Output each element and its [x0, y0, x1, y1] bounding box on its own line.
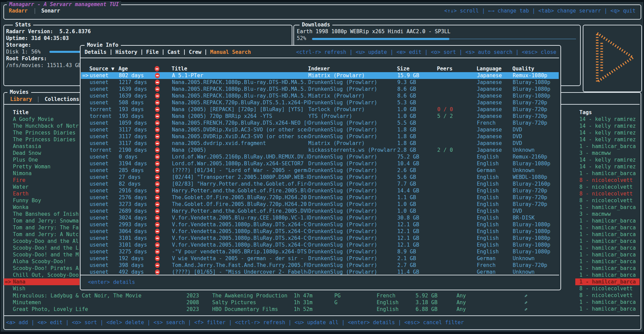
modal-tab-history[interactable]: History: [115, 49, 137, 56]
movies-table-row[interactable]: Miraculous: Ladybug & Cat Noir, The Movi…: [0, 292, 644, 299]
search-result-row[interactable]: usenet2576 daysThe.Goblet.Of.Fire.2005.B…: [81, 194, 559, 201]
cell-size: 2.8 GB: [397, 147, 435, 153]
movies-list-item[interactable]: Aloha Scooby-Doo!: [13, 258, 66, 265]
modal-tab-cast[interactable]: Cast: [168, 49, 180, 56]
search-result-row[interactable]: usenet27 days[02/44] "Transporter 2.2005…: [81, 174, 559, 181]
tab-radarr[interactable]: Radarr: [9, 7, 28, 14]
cell-source: usenet: [90, 140, 117, 147]
search-result-row[interactable]: usenet3024 daysV.for.Vendetta.2005.Blu-r…: [81, 214, 559, 221]
movies-list-item[interactable]: Chill Out, Scooby-Doo: [13, 272, 79, 278]
search-result-row[interactable]: usenet1639 daysNana.2005.REPACK.1080p.Bl…: [81, 92, 559, 99]
movies-list-item[interactable]: Fire: [13, 177, 25, 184]
modal-tab-crew[interactable]: Crew: [189, 49, 201, 56]
search-result-row[interactable]: torrent193 daysNana (2005) [REPACK] [720…: [81, 106, 559, 113]
cell-indexer: DrunkenSlug (Prowlarr): [308, 214, 397, 221]
search-result-row[interactable]: usenet3064 daysV.for.Vendetta.2005.1080p…: [81, 228, 559, 235]
cell-indexer: DrunkenSlug (Prowlarr): [308, 201, 397, 208]
movies-list-item[interactable]: A Goofy Movie: [13, 116, 53, 123]
movies-list-item[interactable]: Wish: [13, 285, 25, 292]
cell-source: usenet: [90, 153, 117, 160]
movies-list-item[interactable]: Earth: [13, 190, 28, 197]
cell-size: 5.3 GB: [397, 99, 435, 106]
movies-list-item[interactable]: The Banshees of Inish: [13, 211, 79, 217]
search-result-row[interactable]: usenet1217 daysNana.2005.REPACK.1080p.Bl…: [81, 79, 559, 86]
search-result-row[interactable]: usenet2689 daysHarry.Potter.and.the.Gobl…: [81, 208, 559, 214]
tab-sonarr[interactable]: Sonarr: [41, 7, 60, 14]
search-result-row[interactable]: usenet3117 daysNana.2005.DVDRip.XviD.AC3…: [81, 126, 559, 133]
movies-list-item[interactable]: The Hunchback of Notr: [13, 123, 79, 129]
stats-version-value: 5.2.6.8376: [60, 28, 91, 35]
movies-list-item[interactable]: Anastasia: [13, 143, 41, 150]
movies-list-item[interactable]: Tom and Jerry: A Nutc: [13, 231, 79, 238]
search-result-row[interactable]: usenet1639 daysNana.2005.REPACK.1080p.Bl…: [81, 86, 559, 92]
movies-list-item[interactable]: Scooby-Doo! Pirates A: [13, 265, 79, 272]
movies-list-item[interactable]: Water: [13, 184, 28, 190]
movies-list-item[interactable]: Nimona: [13, 170, 32, 177]
tag-cell: 14 - kelly ramirez: [579, 129, 636, 136]
search-result-row[interactable]: usenet2916 daysHarry.Potter.and.the.Gobl…: [81, 187, 559, 194]
movies-list-item[interactable]: Tom and Jerry: The Fa: [13, 224, 79, 231]
cell-age: 3101 days: [119, 235, 153, 242]
movies-list-item[interactable]: Tom and Jerry: Snowma: [13, 217, 79, 224]
header-indexer: Indexer: [308, 65, 330, 72]
search-result-row[interactable]: torrent2190 daysNana (2005)kickasstorren…: [81, 147, 559, 153]
search-result-row[interactable]: usenet3117 daysNana.2005.DVDRip.XviD.AC3…: [81, 133, 559, 140]
cell-quality: Bluray-1080p: [513, 86, 559, 92]
search-result-row[interactable]: usenet3101 daysV.for.Vendetta.2005.1080p…: [81, 235, 559, 242]
modal-tab-file[interactable]: File: [146, 49, 159, 56]
cell-source: usenet: [90, 235, 117, 242]
movies-list-item[interactable]: The Princess Diaries: [13, 136, 75, 143]
modal-tab-details[interactable]: Details: [85, 49, 107, 56]
tag-cell: 1 - hamilcar_barca: [579, 272, 636, 278]
no-entry-icon: [155, 242, 160, 248]
movies-list-item[interactable]: Plus One: [13, 156, 38, 163]
movies-list-item[interactable]: Dead Snow: [13, 150, 41, 156]
movies-column-header: Title: [13, 109, 28, 116]
movie-studio: The Awakening Production: [212, 292, 292, 299]
search-result-row[interactable]: usenet3275 days-"V pour vendetta.2005.BR…: [81, 248, 559, 255]
movies-list-item[interactable]: Funny Boy: [13, 197, 41, 204]
monitored-quill-icon: ✎: [525, 299, 527, 306]
search-result-row[interactable]: torrent193 daysNana (2005) 720p BRRip x2…: [81, 113, 559, 120]
cell-title: V wie Vendetta - 2005 - german - der sir…: [172, 255, 308, 262]
search-result-row[interactable]: usenet492 days(????) [01/65] - "Miss Und…: [81, 269, 559, 275]
cell-title: V.for.Vendetta.2005.1080p.BluRay.DTS.x26…: [172, 242, 308, 248]
movies-list-item-selected[interactable]: =>Nana: [4, 278, 80, 285]
header-peers: Peers: [437, 65, 452, 72]
search-result-row[interactable]: usenet1059 daysNana.2005.FRENCH.720p.Blu…: [81, 120, 559, 126]
cell-indexer: DrunkenSlug (Prowlarr): [308, 153, 397, 160]
search-result-row[interactable]: usenet3194 daysLord.of.War.2005.1080p.Bl…: [81, 160, 559, 167]
movies-list-item[interactable]: Scooby-Doo! and the M: [13, 251, 79, 258]
search-result-row[interactable]: usenet398 daysTom.And.Jerry.The.Fast.And…: [81, 262, 559, 269]
cell-indexer: DrunkenSlug (Prowlarr): [308, 221, 397, 228]
search-result-row[interactable]: usenet508 daysNana.2005.REPACK.720p.BluR…: [81, 99, 559, 106]
search-result-row[interactable]: usenet192 daysV wie Vendetta - 2005 - ge…: [81, 255, 559, 262]
cell-indexer: DrunkenSlug (Prowlarr): [308, 187, 397, 194]
cell-source: usenet: [90, 72, 117, 79]
no-entry-icon: [155, 141, 160, 146]
search-result-row[interactable]: usenet3117 daysnana.2005.dvdrip.xvid.fra…: [81, 140, 559, 147]
tab-library[interactable]: Library: [10, 96, 32, 103]
modal-tab-manual-search[interactable]: Manual Search: [210, 49, 251, 56]
movies-table-row[interactable]: Minutemen2008Salty Pictures1h 31mGEnglis…: [0, 299, 644, 306]
search-result-row[interactable]: usenet2993 daysV.for.Vendetta.2005.1080p…: [81, 221, 559, 228]
movies-list-item[interactable]: Wonka: [13, 204, 28, 211]
movies-table-row[interactable]: Great Photo, Lovely Life2023HBO Document…: [0, 306, 644, 313]
no-entry-icon: [155, 269, 160, 275]
cell-indexer: Miatrix (Prowlarr): [308, 140, 397, 147]
movies-footer-divider: [4, 315, 640, 316]
search-result-row[interactable]: usenet0 daysLord.of.War.2005.2160p.BluRa…: [81, 153, 559, 160]
tab-collections[interactable]: Collections: [45, 96, 79, 103]
cell-quality: Unknown: [513, 269, 559, 275]
cell-source: usenet: [90, 221, 117, 228]
search-result-row[interactable]: usenet3273 daysThe.Goblet.Of.Fire.2005.B…: [81, 201, 559, 208]
movies-list-item[interactable]: Scooby-Doo and the Al: [13, 238, 79, 245]
cell-size: 2.6 GB: [397, 167, 435, 174]
search-result-row[interactable]: usenet3101 daysV.for.Vendetta.2005.1080p…: [81, 242, 559, 248]
movies-list-item[interactable]: The Princess Diaries: [13, 129, 75, 136]
movies-list-item[interactable]: Scooby-Doo! and the L: [13, 245, 79, 251]
search-result-row[interactable]: usenet285 days(????) [01/34] - "Lord of …: [81, 167, 559, 174]
search-result-row[interactable]: usenet82 days[02/83] "Harry.Potter.and.t…: [81, 181, 559, 187]
search-result-row[interactable]: =>usenet802 daysA 5.1-PTerMiatrix (Prowl…: [81, 72, 559, 79]
movies-list-item[interactable]: Pretty Woman: [13, 163, 50, 170]
